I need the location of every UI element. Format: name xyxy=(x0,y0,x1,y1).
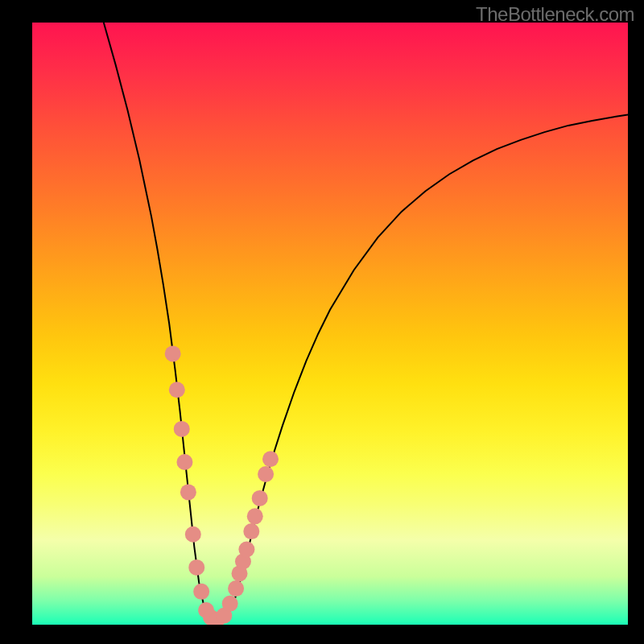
chart-frame: TheBottleneck.com xyxy=(0,0,644,644)
scatter-point xyxy=(174,421,190,437)
scatter-point xyxy=(188,559,204,576)
scatter-point xyxy=(262,451,279,467)
bottleneck-curve xyxy=(104,23,628,622)
scatter-point xyxy=(243,523,259,539)
scatter-point xyxy=(193,584,209,600)
scatter-point xyxy=(238,542,254,558)
plot-area xyxy=(32,23,628,625)
scatter-point xyxy=(165,345,181,361)
watermark-text: TheBottleneck.com xyxy=(476,3,634,26)
chart-svg xyxy=(32,23,628,625)
scatter-point xyxy=(228,580,244,597)
scatter-point xyxy=(247,508,263,524)
scatter-point xyxy=(169,382,185,398)
scatter-point xyxy=(176,454,192,470)
scatter-point xyxy=(185,526,201,543)
scatter-point xyxy=(180,484,196,500)
scatter-group xyxy=(165,345,279,625)
scatter-point xyxy=(258,466,274,482)
scatter-point xyxy=(222,596,238,612)
scatter-point xyxy=(252,490,268,506)
